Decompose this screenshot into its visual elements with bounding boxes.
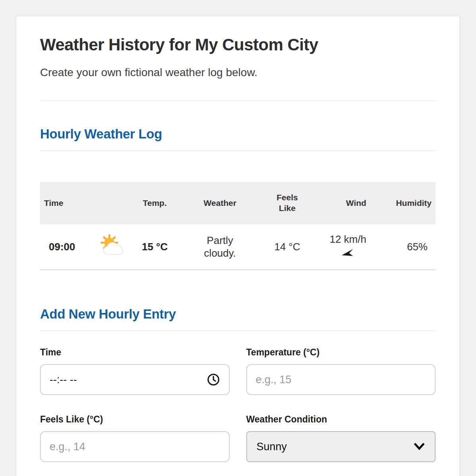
cell-time: 09:00 — [40, 224, 94, 270]
temperature-field-label: Temperature (°C) — [246, 347, 436, 358]
column-header-time: Time — [40, 182, 94, 224]
time-input[interactable]: --:-- -- — [40, 364, 230, 395]
condition-field-group: Weather Condition Sunny — [246, 414, 436, 462]
time-field-label: Time — [40, 347, 230, 358]
cell-wind-speed: 12 km/h — [330, 233, 367, 246]
cell-feels-like: 14 °C — [261, 224, 313, 270]
feels-like-field-group: Feels Like (°C) — [40, 414, 230, 462]
clock-icon[interactable] — [207, 373, 220, 386]
divider — [40, 100, 436, 101]
table-header: Time Temp. Weather Feels Like Wind Humid… — [40, 182, 436, 224]
cell-humidity: 65% — [370, 224, 436, 270]
table-header-row: Time Temp. Weather Feels Like Wind Humid… — [40, 182, 436, 224]
column-header-weather: Weather — [178, 182, 261, 224]
form-section-heading: Add New Hourly Entry — [40, 307, 436, 322]
page-subtitle: Create your own fictional weather log be… — [40, 66, 436, 79]
column-header-feels-like: Feels Like — [261, 182, 313, 224]
column-header-temp: Temp. — [131, 182, 178, 224]
weather-condition-selected-value: Sunny — [257, 441, 287, 453]
cell-weather: Partly cloudy. — [178, 224, 261, 270]
add-entry-form: Time --:-- -- Temperature (°C) Feels Lik… — [40, 347, 436, 462]
cell-condition-icon — [94, 224, 131, 270]
column-header-feels-like-label: Feels Like — [273, 192, 301, 213]
cell-wind: 12 km/h — [313, 224, 370, 270]
table-row: 09:00 — [40, 224, 436, 270]
divider — [40, 150, 436, 151]
hourly-weather-table: Time Temp. Weather Feels Like Wind Humid… — [40, 182, 436, 270]
feels-like-field-label: Feels Like (°C) — [40, 414, 230, 425]
divider — [40, 330, 436, 331]
page-title: Weather History for My Custom City — [40, 35, 436, 54]
cell-weather-text: Partly cloudy. — [196, 234, 244, 260]
wind-direction-arrow-icon — [341, 246, 355, 261]
chevron-down-icon — [413, 442, 425, 451]
temperature-field-group: Temperature (°C) — [246, 347, 436, 395]
condition-field-label: Weather Condition — [246, 414, 436, 425]
temperature-input[interactable] — [246, 364, 436, 395]
column-header-humidity: Humidity — [370, 182, 436, 224]
column-header-icon — [94, 182, 131, 224]
weather-condition-select[interactable]: Sunny — [246, 431, 436, 462]
column-header-wind: Wind — [313, 182, 370, 224]
feels-like-input[interactable] — [40, 431, 230, 462]
cell-temp: 15 °C — [131, 224, 178, 270]
time-field-group: Time --:-- -- — [40, 347, 230, 395]
sun-behind-cloud-icon — [99, 233, 125, 258]
content-card: Weather History for My Custom City Creat… — [16, 16, 460, 476]
log-section-heading: Hourly Weather Log — [40, 127, 436, 142]
time-input-value: --:-- -- — [50, 374, 77, 386]
